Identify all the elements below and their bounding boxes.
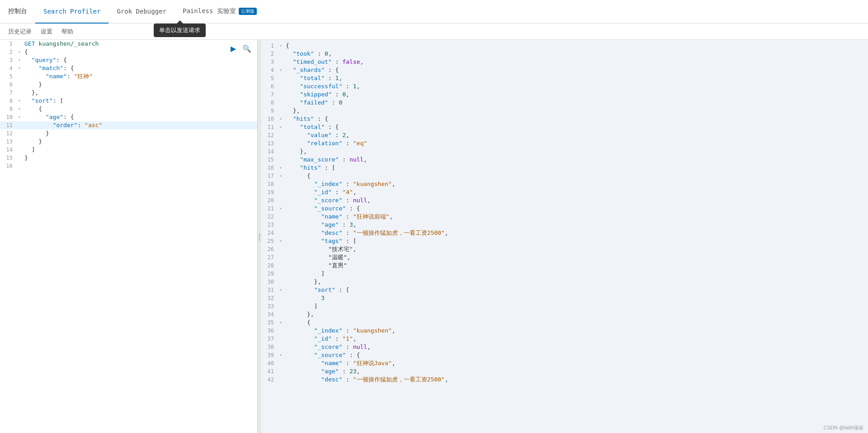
tab-search-profiler-label: Search Profiler [43,8,100,15]
editor-line: 8▾ "sort": [ [0,97,257,105]
response-line: 38 "_score" : null, [261,343,868,351]
editor-line: 10▾ "age": { [0,113,257,121]
response-line: 23 "age" : 3, [261,221,868,229]
response-line: 5 "total" : 1, [261,74,868,82]
response-line: 25▾ "tags" : [ [261,237,868,245]
tab-search-profiler[interactable]: Search Profiler [35,0,108,24]
response-line: 1▾{ [261,42,868,50]
nav-help[interactable]: 帮助 [57,24,78,40]
editor-line: 11 "order": "asc" [0,121,257,129]
response-line: 37 "_id" : "1", [261,335,868,343]
response-line: 9 }, [261,107,868,115]
editor-line: 3▾ "query": { [0,56,257,64]
editor-line: 1GET kuangshen/_search [0,40,257,48]
tab-grok-debugger[interactable]: Grok Debugger [108,0,175,24]
response-line: 24 "desc" : "一顿操作猛如虎，一看工资2500", [261,229,868,237]
editor-line: 13 } [0,138,257,146]
run-button[interactable]: ▶ [227,43,239,54]
response-line: 35▾ { [261,319,868,327]
editor-line: 16 [0,162,257,170]
response-line: 18 "_index" : "kuangshen", [261,180,868,188]
response-line: 40 "name" : "狂神说Java", [261,359,868,367]
response-line: 41 "age" : 23, [261,367,868,376]
editor-toolbar: ▶ 🔍 [227,43,253,54]
response-line: 17▾ { [261,172,868,180]
response-line: 3 "timed_out" : false, [261,58,868,66]
response-line: 21▾ "_source" : { [261,205,868,213]
editor-line: 14 ] [0,146,257,154]
footer-text: CSDN @faith瑞诶 [824,424,863,431]
response-line: 8 "failed" : 0 [261,99,868,107]
editor-line: 7 }, [0,89,257,97]
response-area: 1▾{2 "took" : 0,3 "timed_out" : false,4▾… [261,40,868,385]
response-line: 28 "直男" [261,262,868,270]
editor-line: 5 "name": "狂神" [0,72,257,81]
nav-history[interactable]: 历史记录 [4,24,36,40]
editor-line: 2▾{ [0,48,257,56]
response-line: 31▾ "sort" : [ [261,286,868,294]
editor-line: 4▾ "match": { [0,64,257,72]
tooltip-container: 单击以发送请求 [154,24,206,37]
tab-console-label: 控制台 [8,7,27,15]
response-line: 7 "skipped" : 0, [261,90,868,99]
tooltip-text: 单击以发送请求 [159,27,200,33]
response-line: 14 }, [261,148,868,156]
response-line: 12 "value" : 2, [261,131,868,139]
response-line: 29 ] [261,270,868,278]
response-line: 22 "name" : "狂神说前端", [261,213,868,221]
response-line: 32 3 [261,294,868,302]
response-line: 16▾ "hits" : [ [261,164,868,172]
response-line: 4▾ "_shards" : { [261,66,868,74]
tab-painless[interactable]: Painless 实验室 公测版 [175,0,265,24]
response-line: 33 ] [261,302,868,310]
response-line: 15 "max_score" : null, [261,156,868,164]
editor-line: 9▾ { [0,105,257,113]
beta-badge: 公测版 [239,8,257,15]
copy-button[interactable]: 🔍 [241,43,253,54]
tab-grok-debugger-label: Grok Debugger [117,8,166,15]
response-line: 11▾ "total" : { [261,123,868,131]
footer: CSDN @faith瑞诶 [824,422,863,433]
second-nav: 历史记录 设置 帮助 200 – OK 19 ms [0,24,868,40]
panel-divider[interactable]: | [258,40,261,433]
right-panel: 1▾{2 "took" : 0,3 "timed_out" : false,4▾… [261,40,868,433]
response-line: 42 "desc" : "一顿操作猛如虎，一看工资2500", [261,376,868,384]
tab-painless-label: Painless 实验室 [183,7,236,15]
response-line: 39▾ "_source" : { [261,351,868,359]
response-line: 20 "_score" : null, [261,196,868,205]
response-line: 10▾ "hits" : { [261,115,868,123]
response-line: 30 }, [261,278,868,286]
editor-line: 15} [0,154,257,162]
top-nav: 控制台 Search Profiler Grok Debugger Painle… [0,0,868,24]
editor-line: 6 } [0,81,257,89]
nav-settings[interactable]: 设置 [36,24,57,40]
editor-line: 12 } [0,129,257,138]
editor-area[interactable]: 1GET kuangshen/_search2▾{3▾ "query": {4▾… [0,40,257,433]
response-line: 27 "温暖", [261,253,868,262]
left-panel: ▶ 🔍 1GET kuangshen/_search2▾{3▾ "query":… [0,40,258,433]
response-line: 19 "_id" : "4", [261,188,868,196]
response-line: 34 }, [261,310,868,319]
response-line: 13 "relation" : "eq" [261,139,868,148]
response-line: 6 "successful" : 1, [261,82,868,90]
tooltip-box: 单击以发送请求 [154,24,206,37]
tab-console[interactable]: 控制台 [0,0,35,24]
response-line: 2 "took" : 0, [261,50,868,58]
response-line: 26 "技术宅", [261,245,868,253]
main-content: ▶ 🔍 1GET kuangshen/_search2▾{3▾ "query":… [0,40,868,433]
response-line: 36 "_index" : "kuangshen", [261,327,868,335]
